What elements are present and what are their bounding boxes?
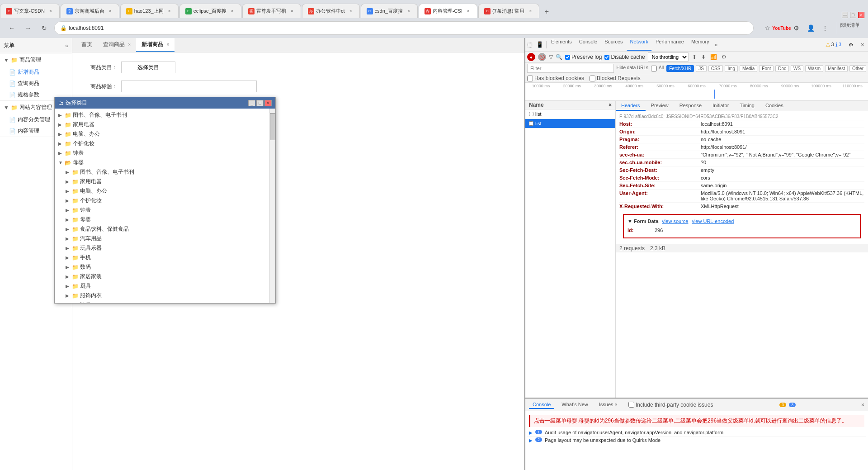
tree-item-8[interactable]: ▶ 📁 家用电器 — [57, 177, 267, 186]
modal-restore-button[interactable]: □ — [256, 100, 264, 106]
view-source-link[interactable]: view source — [662, 218, 688, 224]
blocked-requests-checkbox[interactable] — [590, 76, 595, 81]
tree-item-17[interactable]: ▶ 📁 数码 — [57, 262, 267, 272]
tree-item-18[interactable]: ▶ 📁 家居家装 — [57, 272, 267, 281]
detail-tab-initiator[interactable]: Initiator — [707, 101, 734, 111]
new-tab-button[interactable]: + — [540, 5, 553, 18]
tree-item-10[interactable]: ▶ 📁 个护化妆 — [57, 196, 267, 205]
extensions-button[interactable]: ⚙ — [790, 22, 802, 34]
filter-ws[interactable]: WS — [791, 65, 803, 72]
tab-network[interactable]: Network — [627, 39, 652, 51]
wifi-button[interactable]: 📶 — [709, 54, 718, 60]
tab-console[interactable]: Console — [576, 39, 601, 51]
tree-item-9[interactable]: ▶ 📁 电脑、办公 — [57, 186, 267, 196]
filter-manifest[interactable]: Manifest — [825, 65, 848, 72]
record-button[interactable]: ● — [527, 53, 535, 61]
tree-item-4[interactable]: ▶ 📁 个护化妆 — [57, 139, 267, 148]
request-checkbox-1[interactable] — [529, 112, 533, 116]
filter-media[interactable]: Media — [740, 65, 757, 72]
tree-item-14[interactable]: ▶ 📁 汽车用品 — [57, 234, 267, 243]
tree-item-6[interactable]: ▼ 📂 母婴 — [57, 158, 267, 167]
tree-item-2[interactable]: ▶ 📁 家用电器 — [57, 120, 267, 129]
disable-cache-checkbox-label[interactable]: Disable cache — [604, 54, 645, 60]
third-party-cookies-label[interactable]: Include third-party cookie issues — [628, 402, 713, 408]
tree-item-5[interactable]: ▶ 📁 钟表 ➜ — [57, 148, 267, 158]
forward-button[interactable]: → — [22, 22, 34, 34]
filter-input[interactable] — [527, 64, 614, 73]
tab-2[interactable]: 京 京淘商城后台 × — [61, 4, 119, 18]
export-button[interactable]: ⬇ — [700, 54, 707, 60]
tab-memory[interactable]: Memory — [688, 39, 713, 51]
tree-item-12[interactable]: ▶ 📁 母婴 — [57, 215, 267, 224]
tab-sources[interactable]: Sources — [601, 39, 626, 51]
tab-add[interactable]: 新增商品 × — [136, 38, 175, 52]
detail-tab-timing[interactable]: Timing — [734, 101, 760, 111]
tree-item-19[interactable]: ▶ 📁 厨具 — [57, 281, 267, 291]
filter-js[interactable]: JS — [696, 65, 707, 72]
disable-cache-checkbox[interactable] — [604, 55, 609, 60]
tab-1[interactable]: C 写文章-CSDN × — [0, 4, 60, 18]
clear-button[interactable]: 🚫 — [538, 53, 546, 61]
tab-close-5[interactable]: × — [289, 8, 295, 14]
modal-scrollbar-thumb[interactable] — [270, 113, 275, 140]
tree-item-20[interactable]: ▶ 📁 服饰内衣 — [57, 291, 267, 300]
request-item-list-2[interactable]: list — [525, 119, 615, 128]
hide-data-url-checkbox[interactable] — [651, 65, 657, 72]
detail-tab-preview[interactable]: Preview — [646, 101, 674, 111]
menu-button[interactable]: ⋮ — [819, 22, 831, 34]
tab-close-7[interactable]: × — [406, 8, 412, 14]
bookmark-button[interactable]: ☆ — [761, 22, 774, 34]
tab-6[interactable]: 办 办公软件中ct × — [302, 4, 360, 18]
tab-add-close[interactable]: × — [167, 42, 170, 47]
close-detail-button[interactable]: × — [609, 102, 612, 108]
detail-tab-cookies[interactable]: Cookies — [760, 101, 789, 111]
tab-close-2[interactable]: × — [107, 8, 113, 14]
tab-close-3[interactable]: × — [166, 8, 173, 14]
filter-font[interactable]: Font — [759, 65, 774, 72]
filter-css[interactable]: CSS — [708, 65, 723, 72]
device-toolbar-button[interactable]: 📱 — [534, 38, 545, 52]
tab-close-8[interactable]: × — [465, 8, 472, 14]
third-party-cookies-checkbox[interactable] — [628, 402, 634, 408]
refresh-button[interactable]: ↻ — [38, 22, 51, 34]
tab-5[interactable]: 霍 霍尊发手写楷 × — [242, 4, 301, 18]
tree-item-11[interactable]: ▶ 📁 钟表 — [57, 205, 267, 215]
form-title-input[interactable] — [121, 81, 257, 92]
tab-close-9[interactable]: × — [527, 8, 533, 14]
throttle-select[interactable]: No throttling — [648, 52, 689, 62]
preserve-log-checkbox-label[interactable]: Preserve log — [565, 54, 602, 60]
tree-item-16[interactable]: ▶ 📁 手机 — [57, 253, 267, 262]
preserve-log-checkbox[interactable] — [565, 55, 570, 60]
modal-minimize-button[interactable]: _ — [248, 100, 255, 106]
tree-item-3[interactable]: ▶ 📁 电脑、办公 — [57, 129, 267, 139]
tab-close-1[interactable]: × — [47, 8, 54, 14]
devtools-close-button[interactable]: × — [857, 41, 868, 48]
devtools-settings-button[interactable]: ⚙ — [845, 42, 857, 48]
tab-7[interactable]: C csdn_百度搜 × — [361, 4, 418, 18]
modal-close-button[interactable]: × — [264, 100, 272, 106]
tab-query[interactable]: 查询商品 × — [98, 38, 136, 52]
filter-doc[interactable]: Doc — [775, 65, 789, 72]
sidebar-section-goods-header[interactable]: ▼ 📁 商品管理 — [0, 53, 72, 66]
restore-button[interactable]: □ — [850, 12, 856, 18]
element-picker-button[interactable]: ⬚ — [525, 38, 534, 52]
back-button[interactable]: ← — [5, 22, 18, 34]
url-bar[interactable]: 🔒 localhost:8091 — [54, 21, 754, 35]
has-blocked-cookies-checkbox[interactable] — [527, 76, 533, 81]
sidebar-collapse-button[interactable]: « — [65, 43, 68, 49]
filter-button[interactable]: ▽ — [549, 54, 553, 60]
has-blocked-cookies-label[interactable]: Has blocked cookies — [527, 75, 584, 81]
minimize-button[interactable]: — — [842, 12, 848, 18]
detail-tab-response[interactable]: Response — [674, 101, 708, 111]
request-checkbox-2[interactable] — [529, 121, 533, 126]
console-close-button[interactable]: × — [861, 402, 864, 408]
tab-4[interactable]: E eclipse_百度搜 × — [179, 4, 241, 18]
category-select-button[interactable]: 选择类目 — [121, 62, 175, 73]
sidebar-item-query-goods[interactable]: 📄 查询商品 — [0, 78, 72, 89]
tab-8[interactable]: 内 内容管理-CSI × — [419, 4, 477, 18]
view-url-encoded-link[interactable]: view URL-encoded — [692, 218, 734, 224]
import-button[interactable]: ⬆ — [691, 54, 698, 60]
youtube-button[interactable]: YouTube — [775, 22, 788, 34]
devtools-more-tabs[interactable]: » — [713, 42, 720, 48]
reading-mode-button[interactable]: 阅读清单 — [837, 22, 863, 34]
